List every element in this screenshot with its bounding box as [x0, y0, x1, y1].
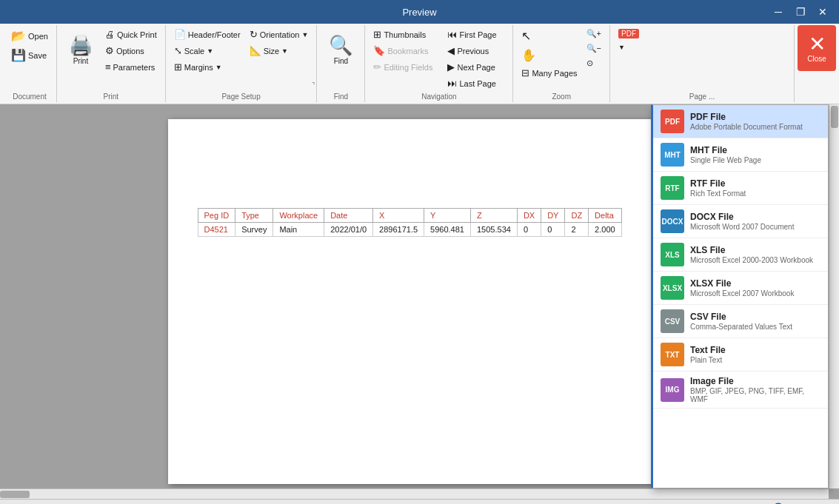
quick-print-button[interactable]: 🖨 Quick Print	[101, 27, 161, 42]
bookmarks-label: Bookmarks	[387, 47, 428, 56]
first-page-button[interactable]: ⏮ First Page	[444, 27, 500, 42]
export-item-mht[interactable]: MHTMHT FileSingle File Web Page	[653, 138, 828, 172]
options-label: Options	[116, 47, 144, 56]
margins-button[interactable]: ⊞ Margins ▼	[170, 59, 244, 75]
options-icon: ⚙	[105, 45, 114, 56]
export-item-rtf[interactable]: RTFRTF FileRich Text Format	[653, 172, 828, 205]
orientation-button[interactable]: ↻ Orientation ▼	[246, 27, 312, 42]
save-label: Save	[28, 51, 47, 60]
editing-fields-icon: ✏	[373, 61, 381, 73]
table-cell: 2022/01/0	[324, 223, 373, 237]
restore-button[interactable]: ❐	[790, 1, 811, 22]
ribbon-group-page: PDF ▼ Page ...	[610, 25, 795, 102]
ribbon: 📂 Open 💾 Save Document 🖨️ Print	[0, 24, 839, 104]
margins-icon: ⊞	[174, 61, 182, 73]
previous-page-label: Previous	[457, 47, 489, 56]
open-button[interactable]: 📂 Open	[7, 27, 52, 45]
export-subtitle-mht: Single File Web Page	[690, 156, 761, 164]
minimize-button[interactable]: ─	[768, 1, 789, 22]
export-subtitle-xls: Microsoft Excel 2000-2003 Workbook	[690, 256, 813, 264]
last-page-icon: ⏭	[447, 78, 457, 89]
table-cell: 0	[541, 223, 565, 237]
zoom-fit-button[interactable]: ⊙	[583, 56, 605, 70]
table-header-cell: Z	[470, 209, 517, 223]
zoom-minus-button[interactable]: −	[740, 502, 746, 505]
export-dropdown-button[interactable]: ▼	[615, 41, 643, 53]
export-subtitle-rtf: Rich Text Format	[690, 189, 746, 198]
export-icon-docx: DOCX	[661, 209, 684, 233]
page-sheet: Peg IDTypeWorkplaceDateXYZDXDYDZDelta D4…	[168, 119, 672, 484]
thumbnails-button[interactable]: ⊞ Thumbnails	[370, 27, 436, 42]
table-row: D4521SurveyMain2022/01/02896171.55960.48…	[198, 223, 621, 237]
page-setup-expand-icon[interactable]: ⌝	[312, 81, 315, 89]
table-header-row: Peg IDTypeWorkplaceDateXYZDXDYDZDelta	[198, 209, 621, 223]
previous-page-icon: ◀	[447, 45, 455, 56]
next-page-button[interactable]: ▶ Next Page	[444, 59, 500, 75]
close-preview-button[interactable]: ✕ Close	[798, 25, 836, 71]
export-pdf-button[interactable]: PDF	[615, 27, 643, 41]
options-button[interactable]: ⚙ Options	[101, 43, 161, 58]
export-item-pdf[interactable]: PDFPDF FileAdobe Portable Document Forma…	[653, 105, 828, 138]
document-group-content: 📂 Open 💾 Save	[7, 27, 52, 91]
orientation-label: Orientation	[260, 30, 300, 39]
export-item-csv[interactable]: CSVCSV FileComma-Separated Values Text	[653, 305, 828, 338]
nav-col2: ⏮ First Page ◀ Previous ▶ Next Page ⏭ La…	[444, 27, 500, 91]
export-title-mht: MHT File	[690, 145, 761, 155]
header-footer-button[interactable]: 📄 Header/Footer	[170, 27, 244, 42]
last-page-button[interactable]: ⏭ Last Page	[444, 75, 500, 91]
zoom-out-button[interactable]: 🔍−	[583, 41, 605, 56]
navigation-group-label: Navigation	[370, 91, 508, 101]
zoom-in-button[interactable]: 🔍+	[583, 27, 605, 41]
cursor-tool-button[interactable]: ↖	[518, 27, 581, 45]
export-item-docx[interactable]: DOCXDOCX FileMicrosoft Word 2007 Documen…	[653, 205, 828, 238]
scrollbar-thumb-v[interactable]	[831, 106, 838, 128]
save-icon: 💾	[11, 48, 26, 62]
bookmarks-button[interactable]: 🔖 Bookmarks	[370, 43, 436, 58]
previous-page-button[interactable]: ◀ Previous	[444, 43, 500, 58]
export-item-xlsx[interactable]: XLSXXLSX FileMicrosoft Excel 2007 Workbo…	[653, 272, 828, 305]
find-button[interactable]: 🔍 Find	[321, 27, 360, 73]
scale-icon: ⤡	[174, 45, 182, 56]
close-x-icon: ✕	[809, 34, 826, 55]
window-close-button[interactable]: ✕	[812, 1, 833, 22]
save-button[interactable]: 💾 Save	[7, 46, 52, 64]
size-button[interactable]: 📐 Size ▼	[246, 43, 312, 58]
table-header-cell: Delta	[589, 209, 622, 223]
table-cell: 5960.481	[424, 223, 471, 237]
export-text-rtf: RTF FileRich Text Format	[690, 178, 746, 198]
many-pages-button[interactable]: ⊟ Many Pages	[518, 65, 581, 81]
many-pages-label: Many Pages	[532, 69, 577, 78]
table-cell: Main	[273, 223, 324, 237]
bookmarks-icon: 🔖	[373, 45, 385, 56]
export-subtitle-docx: Microsoft Word 2007 Document	[690, 223, 794, 231]
orientation-arrow-icon: ▼	[301, 31, 308, 38]
export-item-txt[interactable]: TXTText FilePlain Text	[653, 338, 828, 372]
export-text-img: Image FileBMP, GIF, JPEG, PNG, TIFF, EMF…	[690, 376, 820, 403]
export-panel: PDFPDF FileAdobe Portable Document Forma…	[651, 104, 829, 488]
zoom-plus-button[interactable]: +	[812, 502, 819, 505]
window-title: Preview	[402, 7, 436, 18]
scrollbar-thumb-h[interactable]	[0, 491, 30, 498]
export-item-xls[interactable]: XLSXLS FileMicrosoft Excel 2000-2003 Wor…	[653, 238, 828, 272]
hand-tool-button[interactable]: ✋	[518, 46, 581, 64]
open-label: Open	[28, 32, 48, 41]
editing-fields-label: Editing Fields	[384, 63, 432, 72]
vertical-scrollbar[interactable]	[829, 104, 839, 488]
zoom-group-content: ↖ ✋ ⊟ Many Pages 🔍+ 🔍− ⊙	[518, 27, 605, 91]
zoom-out-icon: 🔍−	[586, 44, 601, 53]
export-icon-img: IMG	[661, 378, 684, 402]
export-text-xls: XLS FileMicrosoft Excel 2000-2003 Workbo…	[690, 245, 813, 264]
editing-fields-button[interactable]: ✏ Editing Fields	[370, 59, 436, 75]
size-label: Size	[264, 47, 279, 56]
ribbon-group-page-setup: 📄 Header/Footer ⤡ Scale ▼ ⊞ Margins ▼	[166, 25, 318, 102]
table-cell: 0	[517, 223, 541, 237]
close-label: Close	[807, 55, 826, 63]
print-button[interactable]: 🖨️ Print	[61, 27, 100, 73]
export-item-img[interactable]: IMGImage FileBMP, GIF, JPEG, PNG, TIFF, …	[653, 372, 828, 409]
page-setup-group-content: 📄 Header/Footer ⤡ Scale ▼ ⊞ Margins ▼	[170, 27, 312, 91]
table-header-cell: Date	[324, 209, 373, 223]
parameters-button[interactable]: ≡ Parameters	[101, 59, 161, 75]
horizontal-scrollbar[interactable]	[0, 488, 829, 499]
scale-button[interactable]: ⤡ Scale ▼	[170, 43, 244, 58]
open-icon: 📂	[11, 29, 26, 43]
